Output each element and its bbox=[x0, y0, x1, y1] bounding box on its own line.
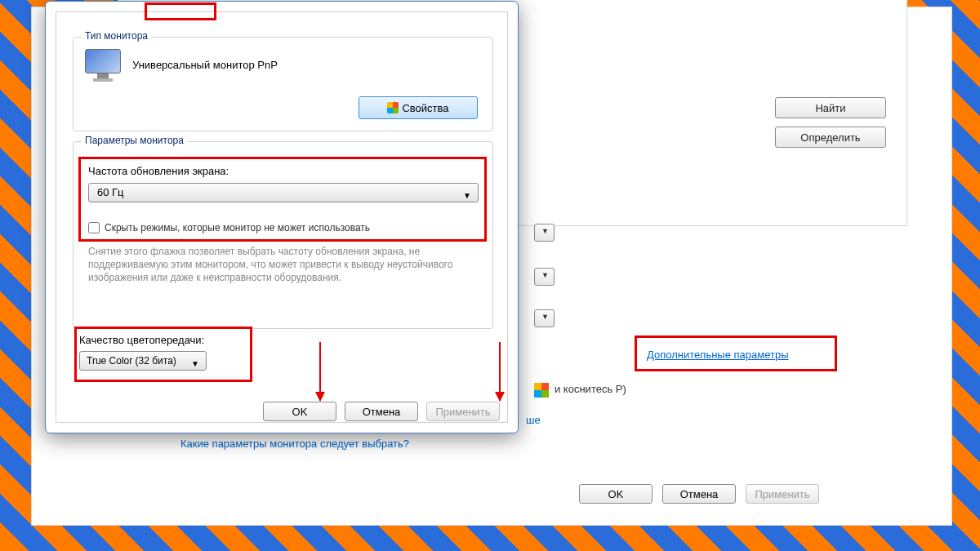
outer-panel: Найти Определить и коснитесь P) Дополнит… bbox=[31, 7, 952, 526]
highlight-tab bbox=[145, 2, 216, 20]
properties-label: Свойства bbox=[402, 102, 448, 114]
monitor-params-group: Параметры монитора Частота обновления эк… bbox=[73, 141, 493, 329]
color-quality-label: Качество цветопередачи: bbox=[79, 334, 207, 346]
bg-cancel-button[interactable]: Отмена bbox=[662, 484, 736, 504]
annotation-arrow-2 bbox=[499, 342, 501, 401]
monitor-name-text: Универсальный монитор PnP bbox=[132, 59, 278, 71]
dialog-cancel-button[interactable]: Отмена bbox=[345, 402, 418, 421]
hide-modes-input[interactable] bbox=[88, 222, 100, 233]
monitor-icon bbox=[85, 49, 121, 82]
dialog-ok-button[interactable]: OK bbox=[263, 402, 336, 421]
type-legend: Тип монитора bbox=[82, 30, 151, 42]
bg-dropdown-2[interactable] bbox=[534, 268, 555, 286]
color-quality-group: Качество цветопередачи: True Color (32 б… bbox=[79, 334, 207, 371]
shield-icon bbox=[387, 102, 399, 113]
highlight-advanced-link bbox=[635, 335, 837, 371]
dialog-apply-button[interactable]: Применить bbox=[426, 402, 500, 421]
find-button[interactable]: Найти bbox=[775, 97, 886, 118]
touch-hint-text: и коснитесь P) bbox=[555, 383, 626, 395]
help-link[interactable]: Какие параметры монитора следует выбрать… bbox=[180, 438, 409, 450]
dialog-inner: Тип монитора Универсальный монитор PnP С… bbox=[56, 11, 508, 423]
warning-text: Снятие этого флажка позволяет выбрать ча… bbox=[88, 245, 479, 285]
annotation-arrow-1 bbox=[319, 342, 321, 401]
monitor-type-group: Тип монитора Универсальный монитор PnP С… bbox=[73, 37, 493, 131]
windows-logo-icon bbox=[534, 383, 549, 398]
bg-dropdown-3[interactable] bbox=[534, 309, 555, 327]
properties-button[interactable]: Свойства bbox=[359, 96, 478, 119]
bg-ok-button[interactable]: OK bbox=[579, 484, 653, 504]
hide-modes-checkbox[interactable]: Скрыть режимы, которые монитор не может … bbox=[88, 222, 370, 233]
refresh-rate-label: Частота обновления экрана: bbox=[88, 165, 229, 177]
bg-apply-button[interactable]: Применить bbox=[746, 484, 819, 504]
params-legend: Параметры монитора bbox=[82, 135, 187, 146]
refresh-rate-dropdown[interactable]: 60 Гц bbox=[88, 183, 479, 202]
bg-dropdown-1[interactable] bbox=[534, 224, 555, 242]
monitor-properties-dialog: Тип монитора Универсальный монитор PnP С… bbox=[45, 1, 519, 433]
hide-modes-label: Скрыть режимы, которые монитор не может … bbox=[105, 222, 370, 233]
color-quality-dropdown[interactable]: True Color (32 бита) bbox=[79, 351, 207, 371]
detect-button[interactable]: Определить bbox=[775, 127, 886, 148]
help-partial: ше bbox=[526, 414, 541, 426]
